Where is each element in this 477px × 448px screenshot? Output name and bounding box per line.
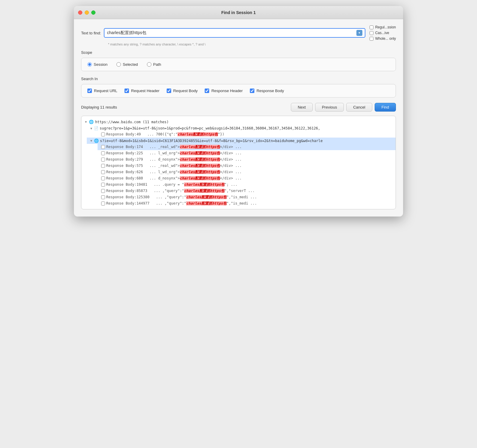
result-item-2-7[interactable]: Response Body:19481 ... .query = "charle… xyxy=(98,182,396,188)
group2-collapse-arrow[interactable]: ▼ xyxy=(90,139,92,142)
next-button[interactable]: Next xyxy=(291,103,313,112)
search-dropdown-button[interactable] xyxy=(356,30,362,36)
tree-root-row[interactable]: ▼ 🌐 https://www.baidu.com (11 matches) xyxy=(81,118,396,125)
maximize-button[interactable] xyxy=(91,10,95,15)
titlebar: Find in Session 1 xyxy=(74,6,403,19)
scope-box: Session Selected Path xyxy=(81,58,396,71)
root-url: https://www.baidu.com (11 matches) xyxy=(95,120,169,124)
result-item-2-2[interactable]: Response Body:225 ... l_wd_org">charles配… xyxy=(98,150,396,156)
text-to-find-label: Text to find: xyxy=(81,31,101,35)
traffic-lights xyxy=(78,10,95,15)
result-checkbox-1[interactable] xyxy=(101,132,105,136)
response-body-checkbox[interactable] xyxy=(250,89,254,93)
cancel-button[interactable]: Cancel xyxy=(346,103,372,112)
previous-button[interactable]: Previous xyxy=(315,103,344,112)
result-checkbox-2-4[interactable] xyxy=(101,164,105,168)
find-button[interactable]: Find xyxy=(375,103,396,112)
regex-option[interactable]: Regul...ssion xyxy=(370,25,396,29)
request-body-checkbox[interactable] xyxy=(167,89,171,93)
scope-session-label: Session xyxy=(94,62,107,67)
result-item-2-9[interactable]: Response Body:125380 ... ,"query":"charl… xyxy=(98,194,396,200)
content-area: Text to find: Regul...ssion Cas...ive Wh… xyxy=(74,19,403,217)
scope-path-radio[interactable] xyxy=(147,62,151,67)
group1-label: sugrec?pre=1&p=3&ie=utf-8&json=1&prod=pc… xyxy=(100,126,320,130)
result-checkbox-2-8[interactable] xyxy=(101,189,105,193)
response-header-label: Response Header xyxy=(211,89,243,93)
result-item-2-10[interactable]: Response Body:144977 ... ,"query":"charl… xyxy=(98,200,396,207)
close-button[interactable] xyxy=(78,10,82,15)
request-body-label: Request Body xyxy=(173,89,198,93)
scope-selected-radio[interactable] xyxy=(116,62,121,67)
window-title: Find in Session 1 xyxy=(221,10,256,15)
scope-selected[interactable]: Selected xyxy=(116,62,138,67)
group1-collapse-arrow[interactable]: ▼ xyxy=(90,127,92,130)
regex-label: Regul...ssion xyxy=(375,25,396,29)
group2-globe-icon: 🌐 xyxy=(94,138,99,143)
group1-children: Response Body:49 ... 700({"q":"charles配置… xyxy=(87,131,396,138)
group1-doc-icon: 📄 xyxy=(94,126,98,130)
result-item-2-8[interactable]: Response Body:85873 ... ,"query":"charle… xyxy=(98,188,396,194)
result-item-2-5[interactable]: Response Body:626 ... l_wd_org">charles配… xyxy=(98,169,396,175)
search-in-box: Request URL Request Header Request Body … xyxy=(81,84,396,97)
search-in-label: Search In xyxy=(81,77,396,81)
response-body-option[interactable]: Response Body xyxy=(250,89,284,93)
scope-session[interactable]: Session xyxy=(87,62,107,67)
result-checkbox-2-6[interactable] xyxy=(101,176,105,180)
root-collapse-arrow[interactable]: ▼ xyxy=(85,120,87,124)
group2-children: Response Body:174 ... _real_wd">charles配… xyxy=(87,144,396,207)
result-line-2-4: Response Body:575 ... _real_wd">charles配… xyxy=(106,163,242,168)
result-checkbox-2-5[interactable] xyxy=(101,170,105,174)
find-field-row: Text to find: Regul...ssion Cas...ive Wh… xyxy=(81,25,396,41)
result-line-1: Response Body:49 ... 700({"q":"charles配置… xyxy=(106,132,224,137)
action-buttons: Next Previous Cancel Find xyxy=(291,103,396,112)
hint-text: * matches any string, ? matches any char… xyxy=(108,42,396,46)
result-line-2-6: Response Body:680 ... d_nosynx">charles配… xyxy=(106,176,242,181)
scope-path-label: Path xyxy=(153,62,161,67)
minimize-button[interactable] xyxy=(85,10,89,15)
result-line-2-5: Response Body:626 ... l_wd_org">charles配… xyxy=(106,170,242,175)
response-header-option[interactable]: Response Header xyxy=(205,89,243,93)
request-header-checkbox[interactable] xyxy=(124,89,129,93)
request-body-option[interactable]: Request Body xyxy=(167,89,198,93)
search-input[interactable] xyxy=(107,31,356,35)
search-input-wrapper xyxy=(104,28,365,38)
whole-option[interactable]: Whole... only xyxy=(370,36,396,41)
scope-path[interactable]: Path xyxy=(147,62,161,67)
result-checkbox-2-9[interactable] xyxy=(101,195,105,199)
result-checkbox-2-10[interactable] xyxy=(101,202,105,205)
response-body-label: Response Body xyxy=(256,89,284,93)
result-item-2-3[interactable]: Response Body:279 ... d_nosynx">charles配… xyxy=(98,156,396,163)
scope-session-radio[interactable] xyxy=(87,62,92,67)
request-url-label: Request URL xyxy=(94,89,117,93)
response-header-checkbox[interactable] xyxy=(205,89,209,93)
scope-section-label: Scope xyxy=(81,50,396,55)
group2-header[interactable]: ▼ 🌐 s?ie=utf-8&mod=1&isbd=1&isid=C613F1A… xyxy=(87,138,396,144)
group2: ▼ 🌐 s?ie=utf-8&mod=1&isbd=1&isid=C613F1A… xyxy=(81,138,396,207)
result-line-2-8: Response Body:85873 ... ,"query":"charle… xyxy=(106,188,255,193)
whole-label: Whole... only xyxy=(375,36,396,41)
request-url-option[interactable]: Request URL xyxy=(87,89,117,93)
globe-icon: 🌐 xyxy=(89,120,94,124)
options-checkboxes: Regul...ssion Cas...ive Whole... only xyxy=(370,25,396,41)
result-line-2-9: Response Body:125380 ... ,"query":"charl… xyxy=(106,195,257,200)
whole-checkbox[interactable] xyxy=(370,37,373,41)
regex-checkbox[interactable] xyxy=(370,25,373,29)
result-item-2-1[interactable]: Response Body:174 ... _real_wd">charles配… xyxy=(98,144,396,150)
result-line-2-2: Response Body:225 ... l_wd_org">charles配… xyxy=(106,151,242,156)
group2-label: s?ie=utf-8&mod=1&isbd=1&isid=C613F1A3D39… xyxy=(100,139,323,143)
result-checkbox-2-2[interactable] xyxy=(101,151,105,155)
result-item-2-6[interactable]: Response Body:680 ... d_nosynx">charles配… xyxy=(98,175,396,182)
result-item-1[interactable]: Response Body:49 ... 700({"q":"charles配置… xyxy=(98,131,396,138)
group1: ▼ 📄 sugrec?pre=1&p=3&ie=utf-8&json=1&pro… xyxy=(81,125,396,138)
group1-header[interactable]: ▼ 📄 sugrec?pre=1&p=3&ie=utf-8&json=1&pro… xyxy=(87,125,396,131)
result-checkbox-2-3[interactable] xyxy=(101,158,105,161)
scope-options: Session Selected Path xyxy=(87,62,390,67)
result-line-2-7: Response Body:19481 ... .query = "charle… xyxy=(106,182,237,187)
result-checkbox-2-7[interactable] xyxy=(101,183,105,187)
case-checkbox[interactable] xyxy=(370,31,373,35)
result-checkbox-2-1[interactable] xyxy=(101,145,105,149)
case-option[interactable]: Cas...ive xyxy=(370,31,396,35)
request-url-checkbox[interactable] xyxy=(87,89,92,93)
result-item-2-4[interactable]: Response Body:575 ... _real_wd">charles配… xyxy=(98,163,396,169)
request-header-option[interactable]: Request Header xyxy=(124,89,159,93)
